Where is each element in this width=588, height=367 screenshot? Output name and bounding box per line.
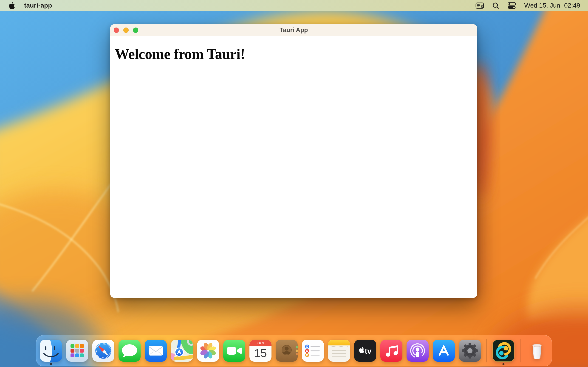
dock-icon-tv[interactable]: tv (354, 340, 376, 362)
window-content: Welcome from Tauri! (110, 46, 477, 298)
welcome-heading: Welcome from Tauri! (115, 46, 473, 63)
dock-icon-maps[interactable] (171, 340, 193, 362)
clock-date: Wed 15. Jun (524, 2, 560, 9)
calendar-month-label: JUN (257, 341, 264, 345)
dock: JUN 15 (36, 335, 552, 366)
desktop: tauri-app ⌘ (0, 0, 588, 367)
running-indicator (502, 363, 505, 365)
dock-icon-mail[interactable] (145, 340, 167, 362)
dock-icon-notes[interactable] (328, 340, 350, 362)
window-title-bar[interactable]: Tauri App (110, 24, 477, 36)
menu-bar: tauri-app ⌘ (0, 0, 588, 11)
dock-icon-music[interactable] (380, 340, 402, 362)
svg-text:⌘: ⌘ (481, 5, 483, 8)
menubar-app-name[interactable]: tauri-app (24, 2, 52, 9)
traffic-lights (114, 24, 138, 36)
window-title: Tauri App (280, 27, 308, 34)
dock-icon-system-settings[interactable] (459, 340, 481, 362)
dock-icon-reminders[interactable] (302, 340, 324, 362)
running-indicator (50, 363, 52, 365)
menubar-clock[interactable]: Wed 15. Jun 02:49 (524, 2, 580, 9)
dock-icon-messages[interactable] (119, 340, 141, 362)
dock-icon-tauri-app[interactable] (493, 340, 515, 362)
dock-icon-finder[interactable] (40, 340, 62, 362)
dock-icon-calendar[interactable]: JUN 15 (250, 340, 271, 362)
close-button[interactable] (114, 27, 119, 33)
keyboard-input-icon[interactable]: ⌘ (476, 2, 484, 9)
control-center-icon[interactable] (508, 2, 516, 9)
clock-time: 02:49 (564, 2, 580, 9)
spotlight-search-icon[interactable] (492, 2, 499, 9)
dock-icon-facetime[interactable] (223, 340, 245, 362)
minimize-button[interactable] (123, 27, 129, 33)
apple-logo-icon[interactable] (9, 2, 15, 9)
zoom-button[interactable] (133, 27, 138, 33)
calendar-day-label: 15 (254, 347, 267, 360)
dock-icon-photos[interactable] (197, 340, 219, 362)
dock-icon-safari[interactable] (92, 340, 114, 362)
dock-icon-contacts[interactable] (276, 340, 298, 362)
dock-icon-podcasts[interactable] (406, 340, 429, 362)
dock-divider (486, 339, 487, 362)
dock-icon-launchpad[interactable] (66, 340, 88, 362)
dock-icon-trash[interactable] (526, 340, 548, 362)
tauri-app-window: Tauri App Welcome from Tauri! (110, 24, 477, 298)
dock-icon-appstore[interactable] (433, 340, 455, 362)
dock-divider (520, 339, 520, 362)
tv-label: tv (365, 347, 372, 355)
